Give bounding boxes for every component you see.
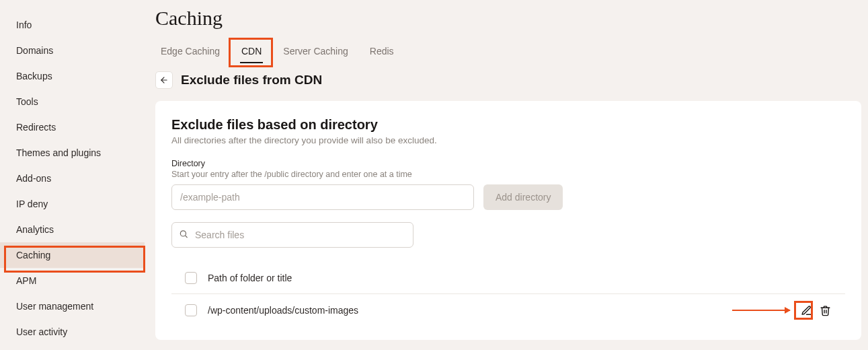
list-row: /wp-content/uploads/custom-images	[171, 294, 845, 326]
main-content: Caching Edge Caching CDN Server Caching …	[145, 0, 868, 350]
sidebar-item-domains[interactable]: Domains	[0, 38, 145, 63]
sidebar-item-info[interactable]: Info	[0, 12, 145, 38]
sidebar-item-apm[interactable]: APM	[0, 268, 145, 293]
sidebar: Info Domains Backups Tools Redirects The…	[0, 0, 145, 350]
subhead-title: Exclude files from CDN	[181, 73, 322, 88]
add-directory-button[interactable]: Add directory	[483, 184, 563, 210]
tab-cdn[interactable]: CDN	[240, 42, 263, 61]
sidebar-item-backups[interactable]: Backups	[0, 63, 145, 89]
annotation-arrow	[732, 310, 790, 311]
sidebar-item-user-activity[interactable]: User activity	[0, 319, 145, 345]
edit-button[interactable]	[799, 304, 813, 317]
search-input[interactable]	[171, 222, 413, 248]
tab-redis[interactable]: Redis	[368, 42, 395, 61]
sidebar-item-add-ons[interactable]: Add-ons	[0, 166, 145, 191]
arrow-left-icon	[159, 75, 169, 85]
sidebar-item-themes-plugins[interactable]: Themes and plugins	[0, 140, 145, 166]
card-description: All directories after the directory you …	[171, 135, 845, 145]
directory-hint: Start your entry after the /public direc…	[171, 170, 845, 179]
tab-edge-caching[interactable]: Edge Caching	[159, 42, 221, 61]
exclude-card: Exclude files based on directory All dir…	[155, 101, 861, 340]
tab-server-caching[interactable]: Server Caching	[282, 42, 350, 61]
sidebar-item-analytics[interactable]: Analytics	[0, 217, 145, 242]
select-all-checkbox[interactable]	[185, 272, 197, 284]
sidebar-item-user-management[interactable]: User management	[0, 293, 145, 319]
list-header: Path of folder or title	[171, 262, 845, 294]
sidebar-item-ip-deny[interactable]: IP deny	[0, 191, 145, 217]
page-title: Caching	[155, 7, 861, 30]
trash-icon	[820, 305, 831, 316]
pencil-icon	[801, 305, 812, 316]
card-heading: Exclude files based on directory	[171, 117, 845, 133]
sidebar-item-tools[interactable]: Tools	[0, 89, 145, 114]
back-button[interactable]	[155, 71, 173, 89]
directory-input[interactable]	[171, 184, 474, 210]
svg-line-2	[186, 236, 188, 238]
delete-button[interactable]	[818, 304, 832, 317]
sidebar-item-redirects[interactable]: Redirects	[0, 114, 145, 140]
row-path: /wp-content/uploads/custom-images	[208, 305, 358, 316]
tabs: Edge Caching CDN Server Caching Redis	[155, 42, 861, 61]
row-checkbox[interactable]	[185, 304, 197, 316]
subhead: Exclude files from CDN	[155, 71, 861, 89]
list-header-label: Path of folder or title	[208, 273, 292, 283]
sidebar-item-caching[interactable]: Caching	[0, 242, 145, 268]
search-icon	[179, 230, 188, 241]
directory-label: Directory	[171, 159, 845, 168]
svg-point-1	[180, 231, 186, 236]
